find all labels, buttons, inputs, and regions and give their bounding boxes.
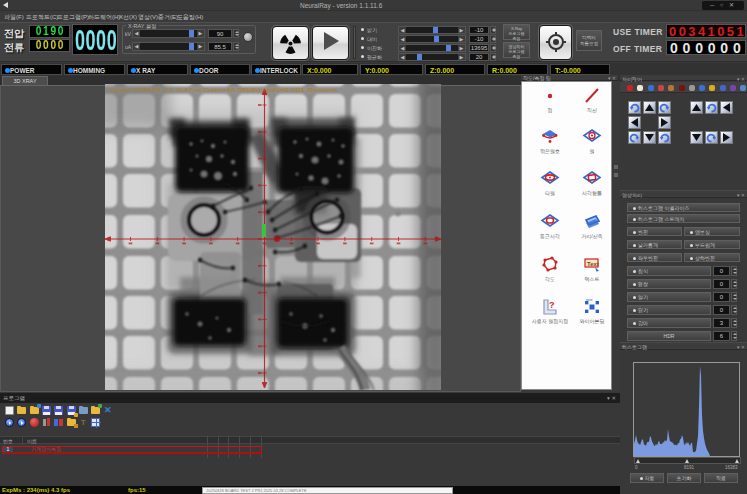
svg-text:wire: wire [586, 298, 593, 302]
svg-text:Count 734=51.0 L 0.47us Gain=4: Count 734=51.0 L 0.47us Gain=40.38(db) N… [109, 87, 338, 93]
svg-text:?: ? [549, 300, 555, 310]
svg-text:Text: Text [587, 261, 599, 267]
